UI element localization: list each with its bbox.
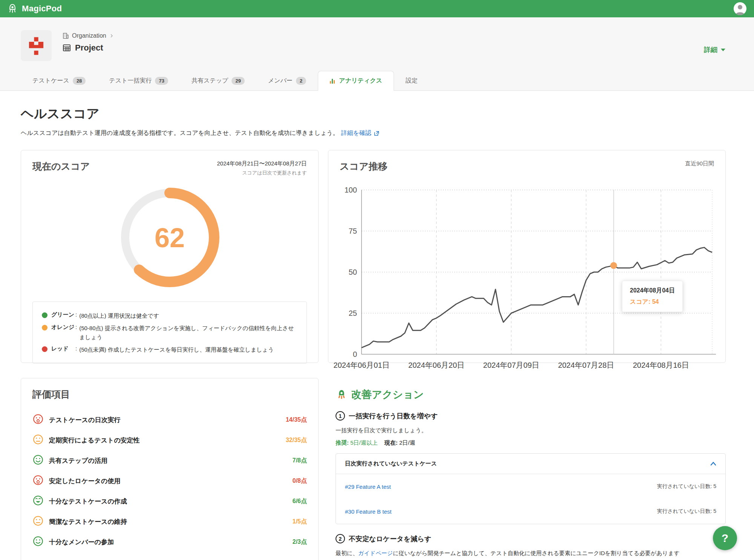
evaluation-score: 1/5点: [293, 518, 307, 526]
evaluation-score: 14/35点: [286, 416, 307, 424]
action-item-2: 2 不安定なロケータを減らす 最初に、ガイドページに従いながら開発チームと協力し…: [336, 534, 726, 558]
svg-text:2024年08月16日: 2024年08月16日: [633, 361, 689, 369]
magicpod-logo[interactable]: MagicPod: [7, 3, 62, 14]
docs-link[interactable]: 詳細を確認: [341, 129, 371, 137]
score-date-range: 2024年08月21日〜2024年08月27日: [217, 160, 307, 167]
action-1-description: 一括実行を日次で実行しましょう。: [336, 426, 726, 435]
score-trend-title: スコア推移: [340, 160, 388, 173]
face-smile-icon: [32, 454, 44, 467]
evaluation-row: 安定したロケータの使用0/8点: [32, 471, 307, 491]
testcase-missed-days: 実行されていない日数: 5: [657, 508, 716, 515]
tab-bulk-runs[interactable]: テスト一括実行73: [97, 71, 180, 91]
description-text: ヘルススコアは自動テスト運用の達成度を測る指標です。スコアを向上させ、テスト自動…: [21, 129, 339, 137]
score-donut-chart: 62: [32, 186, 307, 289]
legend-colon: :: [75, 311, 77, 318]
score-legend: グリーン:(80点以上) 運用状況は健全ですオレンジ:(50-80点) 提示され…: [32, 301, 307, 364]
tab-members[interactable]: メンバー2: [256, 71, 318, 91]
svg-text:50: 50: [349, 268, 357, 276]
rocket-logo-icon: [7, 3, 18, 14]
actions-title: 改善アクション: [351, 388, 424, 401]
user-avatar[interactable]: [734, 2, 746, 15]
actions-title-row: 改善アクション: [336, 388, 726, 401]
evaluation-title: 評価項目: [32, 388, 307, 401]
evaluation-row: 共有ステップの活用7/8点: [32, 450, 307, 471]
evaluation-row: 定期実行によるテストの安定性32/35点: [32, 430, 307, 450]
testcase-row: #30 Feature B test実行されていない日数: 5: [336, 499, 725, 524]
evaluation-row: 十分なテストケースの作成6/6点: [32, 491, 307, 511]
breadcrumb: Organization: [62, 32, 114, 39]
evaluation-label: テストケースの日次実行: [49, 416, 120, 424]
testcase-row: #29 Feature A test実行されていない日数: 5: [336, 474, 725, 499]
breadcrumb-organization-link[interactable]: Organization: [72, 32, 106, 39]
tab-analytics[interactable]: アナリティクス: [318, 71, 394, 91]
highlight-point[interactable]: [610, 262, 617, 269]
tab-badge: 73: [155, 77, 168, 85]
tab-test-cases[interactable]: テストケース28: [21, 71, 97, 91]
score-trend-card: スコア推移 直近90日間 02550751002024年06月01日2024年0…: [328, 150, 726, 363]
action-2-description: 最初に、ガイドページに従いながら開発チームと協力して、テスト自動化に使用される要…: [336, 549, 726, 558]
evaluation-list: テストケースの日次実行14/35点定期実行によるテストの安定性32/35点共有ス…: [32, 410, 307, 552]
top-navbar: MagicPod: [0, 0, 754, 17]
tooltip-date: 2024年08月04日: [630, 287, 675, 295]
evaluation-score: 2/3点: [293, 538, 307, 546]
action-2-number: 2: [336, 534, 345, 543]
legend-label: グリーン: [51, 311, 75, 318]
testcases-panel-header[interactable]: 日次実行されていないテストケース: [336, 454, 725, 474]
guide-page-link[interactable]: ガイドページ: [358, 550, 393, 556]
tab-badge: 28: [73, 77, 86, 85]
project-header: Organization Project 詳細: [0, 17, 754, 61]
building-icon: [62, 32, 69, 39]
recommended-value: 5日/週以上: [350, 439, 378, 446]
score-update-note: スコアは日次で更新されます: [217, 170, 307, 176]
face-neutral-icon: [32, 515, 44, 528]
action-1-title: 一括実行を行う日数を増やす: [349, 412, 438, 421]
testcase-missed-days: 実行されていない日数: 5: [657, 483, 716, 490]
current-score-card: 現在のスコア 2024年08月21日〜2024年08月27日 スコアは日次で更新…: [21, 150, 319, 363]
current-label: 現在:: [385, 439, 398, 446]
evaluation-row: 簡潔なテストケースの維持1/5点: [32, 511, 307, 532]
project-table-icon: [62, 43, 71, 52]
face-laughing-icon: [32, 495, 44, 508]
legend-label: レッド: [51, 345, 75, 352]
current-score-title: 現在のスコア: [32, 160, 90, 173]
legend-dot-レッド: [42, 346, 48, 352]
tooltip-score: スコア: 54: [630, 298, 675, 306]
action-2-title: 不安定なロケータを減らす: [349, 534, 431, 543]
evaluation-score: 7/8点: [293, 457, 307, 465]
testcases-panel: 日次実行されていないテストケース #29 Feature A test実行されて…: [336, 453, 726, 524]
legend-item: グリーン:(80点以上) 運用状況は健全です: [42, 309, 297, 322]
line-chart[interactable]: 02550751002024年06月01日2024年06月20日2024年07月…: [340, 184, 714, 374]
details-dropdown-button[interactable]: 詳細: [704, 45, 726, 54]
svg-text:0: 0: [353, 350, 357, 358]
legend-text: (50-80点) 提示される改善アクションを実施し、フィードバックの信頼性を向上…: [79, 324, 297, 341]
tab-settings[interactable]: 設定: [394, 71, 429, 91]
tab-shared-steps[interactable]: 共有ステップ29: [180, 71, 256, 91]
svg-text:2024年07月09日: 2024年07月09日: [483, 361, 539, 369]
rocket-mascot-icon: [336, 389, 348, 401]
evaluation-card: 評価項目 テストケースの日次実行14/35点定期実行によるテストの安定性32/3…: [21, 378, 319, 560]
face-smile-icon: [32, 536, 44, 548]
tab-label: 共有ステップ: [192, 77, 228, 85]
legend-dot-オレンジ: [42, 325, 48, 330]
project-name: Project: [75, 43, 103, 53]
legend-colon: :: [75, 324, 77, 330]
page: MagicPod: [0, 0, 754, 560]
face-crying-icon: [32, 474, 44, 487]
action-item-1: 1 一括実行を行う日数を増やす 一括実行を日次で実行しましょう。 推奨: 5日/…: [336, 411, 726, 524]
trend-period-label: 直近90日間: [685, 160, 714, 167]
testcase-link[interactable]: #30 Feature B test: [345, 508, 391, 515]
action-1-recommendation: 推奨: 5日/週以上 現在: 2日/週: [336, 439, 726, 447]
current-value: 2日/週: [399, 439, 415, 446]
evaluation-label: 十分なメンバーの参加: [49, 538, 114, 546]
testcase-link[interactable]: #29 Feature A test: [345, 483, 391, 490]
person-icon: [734, 2, 746, 15]
tab-badge: 29: [231, 77, 244, 85]
brand-name: MagicPod: [22, 4, 62, 14]
legend-text: (50点未満) 作成したテストケースを毎日実行し、運用基盤を確立しましょう: [79, 345, 274, 354]
evaluation-label: 共有ステップの活用: [49, 456, 107, 465]
legend-label: オレンジ: [51, 324, 75, 331]
chevron-up-icon[interactable]: [710, 462, 716, 466]
evaluation-label: 簡潔なテストケースの維持: [49, 517, 127, 526]
help-button[interactable]: ?: [713, 526, 737, 550]
action-1-number: 1: [336, 411, 345, 421]
